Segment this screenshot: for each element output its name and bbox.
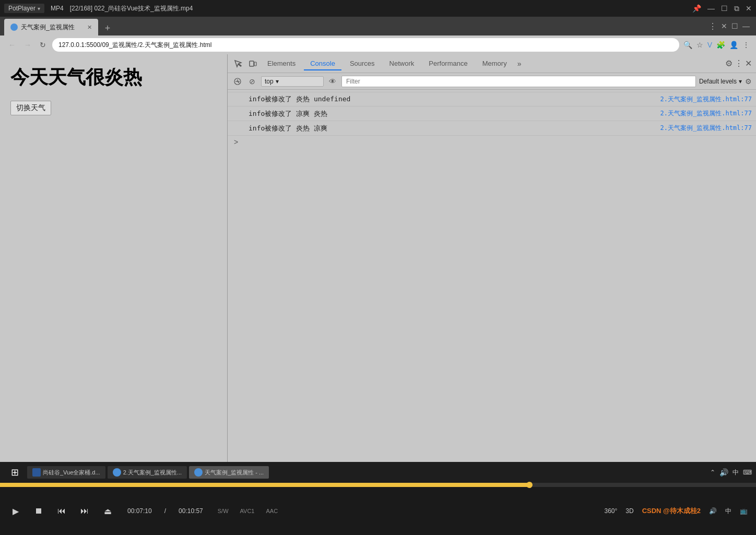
console-row: info被修改了 凉爽 炎热 2.天气案例_监视属性.html:77 — [228, 106, 756, 121]
maximize-button[interactable]: ⧉ — [734, 4, 739, 13]
taskbar-item-chrome1[interactable]: 2.天气案例_监视属性... — [108, 466, 187, 479]
media-button-row: ▶ ⏹ ⏮ ⏭ ⏏ 00:07:10 / 00:10:57 S/W AVC1 A… — [0, 487, 756, 535]
default-levels-label: Default levels — [699, 78, 737, 85]
console-filter-input[interactable] — [341, 76, 696, 87]
window-controls: 📌 — ☐ ⧉ ✕ — [692, 4, 752, 13]
weather-title: 今天天气很炎热 — [10, 65, 217, 90]
tab-close-button[interactable]: ✕ — [87, 24, 92, 31]
top-value: top — [265, 78, 274, 85]
inspect-element-button[interactable] — [232, 57, 244, 70]
title-bar: PotPlayer ▾ MP4 [22/168] 022_尚硅谷Vue技术_监视… — [0, 0, 756, 17]
tab-bar: 天气案例_监视属性 ✕ + — [0, 17, 708, 35]
media-screen-icon[interactable]: 📺 — [740, 507, 748, 515]
minimize-button[interactable]: — — [707, 4, 715, 13]
360-label[interactable]: 360° — [604, 507, 617, 515]
play-button[interactable]: ▶ — [8, 504, 23, 518]
media-filename: [22/168] 022_尚硅谷Vue技术_监视属性.mp4 — [70, 4, 193, 13]
new-tab-button[interactable]: + — [100, 21, 115, 35]
console-link-2[interactable]: 2.天气案例_监视属性.html:77 — [660, 109, 752, 118]
progress-thumb[interactable] — [526, 482, 533, 488]
taskbar-up-icon[interactable]: ⌃ — [710, 469, 715, 476]
browser-more-icon[interactable]: ⋮ — [742, 41, 750, 49]
webpage-area: 今天天气很炎热 切换天气 — [0, 54, 227, 483]
svg-rect-0 — [250, 61, 254, 66]
console-settings-button[interactable]: ⚙ — [745, 77, 752, 86]
media-volume-icon[interactable]: 🔊 — [709, 507, 717, 515]
profile-icon[interactable]: 👤 — [729, 41, 738, 49]
extension-icon[interactable]: V — [707, 41, 712, 49]
browser-chrome: 天气案例_监视属性 ✕ + ⋮ ✕ ☐ — — [0, 17, 756, 35]
chrome1-icon — [113, 468, 121, 477]
zoom-icon: 🔍 — [683, 41, 692, 49]
context-selector[interactable]: top ▾ — [261, 76, 324, 87]
console-row: info被修改了 炎热 凉爽 2.天气案例_监视属性.html:77 — [228, 121, 756, 136]
browser-close-icon[interactable]: ✕ — [721, 22, 727, 30]
reload-button[interactable]: ↻ — [38, 40, 48, 50]
back-button[interactable]: ← — [6, 40, 18, 50]
eject-button[interactable]: ⏏ — [100, 504, 115, 518]
taskbar-right: ⌃ 🔊 中 ⌨ — [710, 468, 752, 477]
taskbar: ⊞ 尚硅谷_Vue全家桶.d... 2.天气案例_监视属性... 天气案例_监视… — [0, 462, 756, 483]
media-lang[interactable]: 中 — [725, 507, 731, 516]
stop-button[interactable]: ⏹ — [31, 504, 46, 518]
media-right-controls: 360° 3D CSDN @待木成桂2 🔊 中 📺 — [604, 506, 748, 516]
app-menu[interactable]: PotPlayer ▾ — [4, 4, 44, 13]
app-chevron: ▾ — [38, 6, 40, 11]
format-avc: AVC1 — [240, 508, 255, 514]
block-icon: ⊘ — [249, 77, 255, 86]
browser-minimize-icon[interactable]: — — [742, 22, 750, 30]
address-bar: ← → ↻ 🔍 ☆ V 🧩 👤 ⋮ — [0, 35, 756, 54]
console-expand-button[interactable]: > — [228, 136, 756, 148]
more-tabs-button[interactable]: » — [515, 60, 524, 68]
bookmark-icon[interactable]: ☆ — [696, 41, 703, 49]
address-input[interactable] — [52, 38, 679, 52]
tab-network[interactable]: Network — [383, 57, 421, 70]
devtools-settings-button[interactable]: ⚙ — [725, 58, 733, 68]
tab-memory[interactable]: Memory — [476, 57, 513, 70]
next-button[interactable]: ⏭ — [77, 504, 92, 518]
tab-performance[interactable]: Performance — [422, 57, 474, 70]
console-link-1[interactable]: 2.天气案例_监视属性.html:77 — [660, 95, 752, 104]
console-clear-button[interactable] — [232, 76, 243, 87]
eye-button[interactable]: 👁 — [327, 76, 338, 87]
tab-console[interactable]: Console — [304, 57, 341, 70]
taskbar-item-chrome2[interactable]: 天气案例_监视属性 - ... — [189, 466, 269, 479]
console-toolbar: ⊘ top ▾ 👁 Default levels ▾ ⚙ — [228, 73, 756, 90]
tab-elements[interactable]: Elements — [261, 57, 302, 70]
tab-favicon — [10, 23, 18, 31]
taskbar-lang[interactable]: 中 — [733, 468, 739, 477]
start-button[interactable]: ⊞ — [4, 462, 25, 483]
console-block-button[interactable]: ⊘ — [246, 76, 258, 87]
console-row: info被修改了 炎热 undefined 2.天气案例_监视属性.html:7… — [228, 92, 756, 106]
devtools-close-button[interactable]: ✕ — [745, 58, 752, 68]
restore-button[interactable]: ☐ — [721, 4, 728, 13]
3d-label[interactable]: 3D — [625, 507, 633, 515]
extensions-icon[interactable]: 🧩 — [716, 41, 725, 49]
log-levels-selector[interactable]: Default levels ▾ — [699, 78, 742, 85]
close-button[interactable]: ✕ — [746, 4, 752, 13]
prev-button[interactable]: ⏮ — [54, 504, 69, 518]
console-output: info被修改了 炎热 undefined 2.天气案例_监视属性.html:7… — [228, 90, 756, 483]
media-controls: ▶ ⏹ ⏮ ⏭ ⏏ 00:07:10 / 00:10:57 S/W AVC1 A… — [0, 483, 756, 535]
active-tab[interactable]: 天气案例_监视属性 ✕ — [4, 19, 98, 35]
devtools-settings-area: ⚙ ⋮ ✕ — [725, 58, 752, 68]
chrome2-icon — [194, 468, 203, 477]
tab-sources[interactable]: Sources — [344, 57, 381, 70]
progress-bar[interactable] — [0, 483, 756, 487]
browser-restore-icon[interactable]: ☐ — [731, 22, 738, 30]
devtools-more-button[interactable]: ⋮ — [735, 58, 743, 68]
pin-button[interactable]: 📌 — [692, 4, 701, 13]
switch-weather-button[interactable]: 切换天气 — [10, 101, 51, 115]
browser-menu-icon[interactable]: ⋮ — [708, 21, 717, 31]
taskbar-volume-icon[interactable]: 🔊 — [719, 468, 728, 477]
taskbar-input-icon[interactable]: ⌨ — [743, 469, 752, 476]
taskbar-item-word[interactable]: 尚硅谷_Vue全家桶.d... — [27, 466, 105, 479]
svg-rect-1 — [254, 62, 256, 66]
device-toolbar-button[interactable] — [246, 57, 259, 70]
app-name: PotPlayer — [8, 5, 36, 12]
address-extras: 🔍 ☆ V 🧩 👤 ⋮ — [683, 41, 750, 49]
forward-button[interactable]: → — [22, 40, 33, 50]
levels-arrow: ▾ — [739, 78, 742, 85]
console-message-1: info被修改了 炎热 undefined — [249, 94, 660, 104]
console-link-3[interactable]: 2.天气案例_监视属性.html:77 — [660, 124, 752, 133]
